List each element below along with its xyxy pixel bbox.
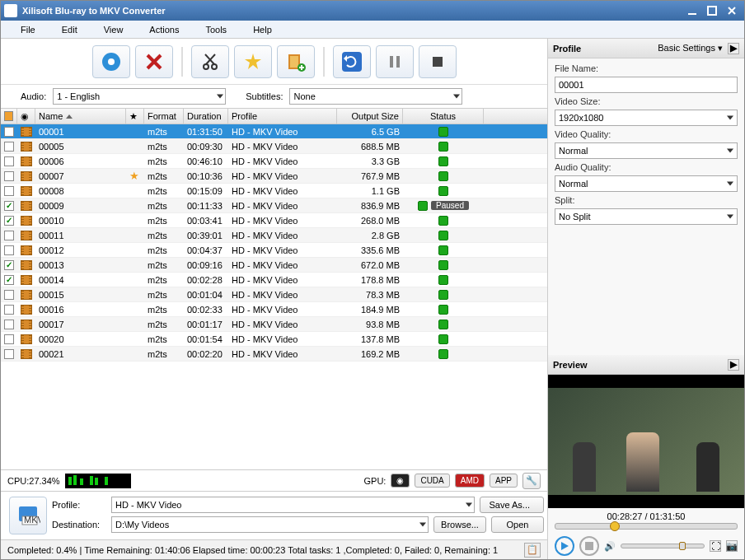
column-duration[interactable]: Duration bbox=[184, 109, 228, 124]
table-row[interactable]: 00010m2ts00:03:41HD - MKV Video268.0 MB bbox=[1, 213, 547, 228]
row-checkbox[interactable] bbox=[4, 127, 14, 137]
row-checkbox[interactable] bbox=[4, 290, 14, 300]
table-row[interactable]: 00008m2ts00:15:09HD - MKV Video1.1 GB bbox=[1, 184, 547, 198]
file-name-input[interactable]: 00001 bbox=[555, 77, 738, 93]
row-checkbox[interactable] bbox=[4, 201, 14, 211]
volume-icon[interactable]: 🔊 bbox=[604, 541, 616, 552]
row-star[interactable] bbox=[126, 228, 144, 242]
table-row[interactable]: 00016m2ts00:02:33HD - MKV Video184.9 MB bbox=[1, 302, 547, 317]
row-checkbox[interactable] bbox=[4, 216, 14, 226]
column-status[interactable]: Status bbox=[403, 109, 484, 124]
menu-tools[interactable]: Tools bbox=[192, 22, 240, 37]
row-checkbox[interactable] bbox=[4, 320, 14, 329]
load-disc-button[interactable] bbox=[92, 45, 130, 78]
minimize-button[interactable] bbox=[683, 3, 701, 18]
close-button[interactable] bbox=[723, 3, 741, 18]
row-checkbox[interactable] bbox=[4, 231, 14, 240]
table-row[interactable]: 00014m2ts00:02:28HD - MKV Video178.8 MB bbox=[1, 273, 547, 287]
effects-button[interactable] bbox=[234, 45, 272, 78]
table-row[interactable]: 00006m2ts00:46:10HD - MKV Video3.3 GB bbox=[1, 154, 547, 169]
table-row[interactable]: 00005m2ts00:09:30HD - MKV Video688.5 MB bbox=[1, 139, 547, 154]
delete-button[interactable] bbox=[135, 45, 173, 78]
preview-seek-slider[interactable] bbox=[555, 523, 738, 530]
table-row[interactable]: 00021m2ts00:02:20HD - MKV Video169.2 MB bbox=[1, 347, 547, 362]
row-star[interactable] bbox=[126, 139, 144, 153]
column-icon[interactable]: ◉ bbox=[17, 109, 35, 124]
table-row[interactable]: 00009m2ts00:11:33HD - MKV Video836.9 MBP… bbox=[1, 198, 547, 213]
row-star[interactable] bbox=[126, 213, 144, 227]
table-row[interactable]: 00017m2ts00:01:17HD - MKV Video93.8 MB bbox=[1, 317, 547, 332]
pause-button[interactable] bbox=[376, 45, 414, 78]
row-star[interactable] bbox=[126, 287, 144, 301]
row-checkbox[interactable] bbox=[4, 142, 14, 152]
row-star[interactable] bbox=[126, 347, 144, 361]
volume-slider[interactable] bbox=[621, 544, 705, 548]
grid-body[interactable]: 00001m2ts01:31:50HD - MKV Video6.5 GB000… bbox=[1, 124, 547, 469]
row-checkbox[interactable] bbox=[4, 245, 14, 255]
row-checkbox[interactable] bbox=[4, 334, 14, 344]
menu-view[interactable]: View bbox=[91, 22, 137, 37]
row-star[interactable] bbox=[126, 332, 144, 346]
row-star[interactable]: ★ bbox=[126, 169, 144, 183]
column-output-size[interactable]: Output Size bbox=[337, 109, 403, 124]
row-star[interactable] bbox=[126, 258, 144, 272]
row-star[interactable] bbox=[126, 184, 144, 198]
column-profile[interactable]: Profile bbox=[228, 109, 337, 124]
play-button[interactable] bbox=[555, 536, 574, 556]
row-star[interactable] bbox=[126, 273, 144, 287]
row-checkbox[interactable] bbox=[4, 156, 14, 166]
profile-expand-button[interactable]: ▶ bbox=[728, 43, 739, 54]
table-row[interactable]: 00013m2ts00:09:16HD - MKV Video672.0 MB bbox=[1, 258, 547, 273]
preview-stop-button[interactable] bbox=[579, 536, 599, 556]
audio-select[interactable]: 1 - English bbox=[53, 88, 226, 105]
video-size-select[interactable]: 1920x1080 bbox=[555, 110, 738, 126]
stop-button[interactable] bbox=[419, 45, 457, 78]
row-star[interactable] bbox=[126, 154, 144, 168]
fullscreen-button[interactable]: ⛶ bbox=[710, 540, 721, 552]
row-star[interactable] bbox=[126, 302, 144, 316]
row-checkbox[interactable] bbox=[4, 186, 14, 196]
gpu-settings-button[interactable]: 🔧 bbox=[522, 473, 541, 489]
column-format[interactable]: Format bbox=[144, 109, 184, 124]
row-checkbox[interactable] bbox=[4, 260, 14, 270]
column-name[interactable]: Name bbox=[35, 109, 126, 124]
destination-input[interactable]: D:\My Videos bbox=[111, 516, 429, 533]
snapshot-button[interactable]: 📷 bbox=[726, 540, 738, 552]
row-star[interactable] bbox=[126, 243, 144, 257]
convert-button[interactable] bbox=[333, 45, 371, 78]
row-star[interactable] bbox=[126, 198, 144, 212]
row-star[interactable] bbox=[126, 124, 144, 138]
preview-video[interactable] bbox=[548, 375, 744, 508]
preview-expand-button[interactable]: ▶ bbox=[728, 359, 739, 371]
profile-select[interactable]: HD - MKV Video bbox=[111, 497, 475, 513]
table-row[interactable]: 00001m2ts01:31:50HD - MKV Video6.5 GB bbox=[1, 124, 547, 139]
row-checkbox[interactable] bbox=[4, 171, 14, 181]
maximize-button[interactable] bbox=[703, 3, 721, 18]
menu-edit[interactable]: Edit bbox=[49, 22, 91, 37]
subtitles-select[interactable]: None bbox=[289, 88, 462, 105]
cut-button[interactable] bbox=[191, 45, 229, 78]
column-star[interactable]: ★ bbox=[126, 109, 144, 124]
split-select[interactable]: No Split bbox=[555, 208, 738, 225]
table-row[interactable]: 00020m2ts00:01:54HD - MKV Video137.8 MB bbox=[1, 332, 547, 347]
menu-help[interactable]: Help bbox=[240, 22, 285, 37]
row-star[interactable] bbox=[126, 317, 144, 331]
row-checkbox[interactable] bbox=[4, 275, 14, 285]
browse-button[interactable]: Browse... bbox=[433, 516, 486, 533]
video-quality-select[interactable]: Normal bbox=[555, 142, 738, 159]
row-checkbox[interactable] bbox=[4, 305, 14, 315]
menu-file[interactable]: File bbox=[7, 22, 49, 37]
open-button[interactable]: Open bbox=[491, 516, 544, 533]
row-checkbox[interactable] bbox=[4, 349, 14, 359]
table-row[interactable]: 00011m2ts00:39:01HD - MKV Video2.8 GB bbox=[1, 228, 547, 243]
menu-actions[interactable]: Actions bbox=[136, 22, 192, 37]
add-frame-button[interactable] bbox=[277, 45, 315, 78]
table-row[interactable]: 00012m2ts00:04:37HD - MKV Video335.6 MB bbox=[1, 243, 547, 258]
audio-quality-select[interactable]: Normal bbox=[555, 175, 738, 192]
save-as-button[interactable]: Save As... bbox=[480, 497, 544, 513]
table-row[interactable]: 00007★m2ts00:10:36HD - MKV Video767.9 MB bbox=[1, 169, 547, 184]
table-row[interactable]: 00015m2ts00:01:04HD - MKV Video78.3 MB bbox=[1, 287, 547, 302]
basic-settings-dropdown[interactable]: Basic Settings ▾ bbox=[658, 43, 723, 54]
log-button[interactable]: 📋 bbox=[524, 543, 541, 558]
column-checkbox[interactable] bbox=[1, 109, 17, 124]
